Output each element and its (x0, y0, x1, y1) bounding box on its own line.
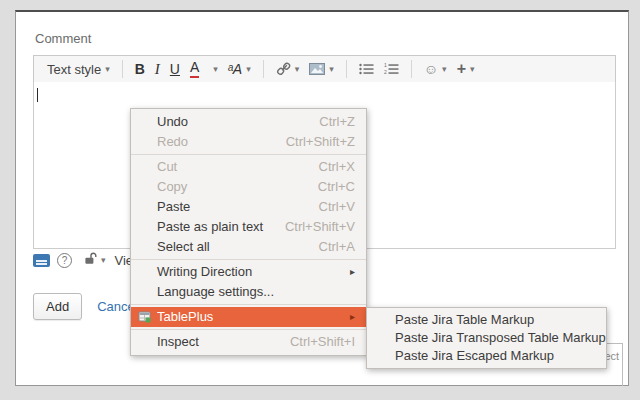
image-icon (309, 63, 325, 75)
unlock-icon (83, 251, 97, 269)
tableplus-submenu: Paste Jira Table Markup Paste Jira Trans… (366, 307, 607, 369)
image-dropdown[interactable]: ▾ (309, 63, 334, 75)
menu-separator (131, 259, 366, 260)
chevron-down-icon: ▾ (470, 65, 475, 74)
numbered-list-button[interactable]: 12 (384, 63, 399, 75)
menu-item-cut: Cut Ctrl+X (131, 157, 366, 177)
text-color-dropdown[interactable]: ▾ (209, 65, 218, 74)
underline-button[interactable]: U (170, 61, 180, 77)
toolbar-divider (346, 60, 347, 78)
menu-shortcut: Ctrl+A (301, 237, 355, 257)
menu-item-label: Language settings... (157, 282, 274, 302)
submenu-item-paste-jira-table-markup[interactable]: Paste Jira Table Markup (367, 311, 606, 329)
svg-text:1: 1 (384, 63, 387, 68)
menu-shortcut: Ctrl+V (301, 197, 355, 217)
svg-text:2: 2 (384, 69, 387, 75)
menu-item-select-all[interactable]: Select all Ctrl+A (131, 237, 366, 257)
menu-item-label: Inspect (157, 332, 199, 352)
menu-item-tableplus[interactable]: TablePlus ▸ (131, 307, 366, 327)
menu-item-inspect[interactable]: Inspect Ctrl+Shift+I (131, 332, 366, 352)
link-dropdown[interactable]: ▾ (276, 62, 300, 76)
link-icon (276, 62, 291, 76)
menu-item-redo: Redo Ctrl+Shift+Z (131, 132, 366, 152)
menu-separator (131, 329, 366, 330)
menu-item-label: Paste (157, 197, 190, 217)
toolbar-divider (411, 60, 412, 78)
chevron-down-icon: ▾ (295, 65, 300, 74)
help-icon[interactable]: ? (57, 253, 72, 268)
comment-field-label: Comment (35, 31, 91, 46)
submenu-arrow-icon: ▸ (350, 307, 355, 327)
menu-item-undo[interactable]: Undo Ctrl+Z (131, 112, 366, 132)
bold-button[interactable]: B (135, 61, 145, 77)
menu-shortcut: Ctrl+C (300, 177, 355, 197)
context-menu: Undo Ctrl+Z Redo Ctrl+Shift+Z Cut Ctrl+X… (130, 108, 367, 356)
menu-item-copy: Copy Ctrl+C (131, 177, 366, 197)
menu-item-label: Cut (157, 157, 177, 177)
visibility-dropdown[interactable]: ▾ (83, 251, 106, 269)
toolbar-divider (122, 60, 123, 78)
submenu-item-paste-jira-transposed-table-markup[interactable]: Paste Jira Transposed Table Markup (367, 329, 606, 347)
chevron-down-icon: ▾ (442, 65, 447, 74)
text-color-button[interactable]: A (190, 60, 199, 77)
chevron-down-icon: ▾ (101, 256, 106, 265)
emoji-dropdown[interactable]: ☺ ▾ (424, 61, 447, 77)
more-formatting-dropdown[interactable]: ᵃA ▾ (228, 61, 251, 77)
chevron-down-icon: ▾ (246, 65, 251, 74)
menu-item-label: Paste as plain text (157, 217, 263, 237)
text-style-label: Text style (47, 62, 101, 77)
emoji-icon: ☺ (424, 61, 438, 77)
text-color-icon: A (190, 60, 199, 77)
menu-separator (131, 304, 366, 305)
wiki-markup-icon[interactable] (33, 254, 50, 267)
menu-item-label: Select all (157, 237, 210, 257)
menu-shortcut: Ctrl+Z (301, 112, 355, 132)
menu-item-label: Redo (157, 132, 188, 152)
background-divider (622, 343, 623, 386)
plus-icon: + (457, 61, 466, 77)
toolbar-divider (263, 60, 264, 78)
menu-shortcut: Ctrl+Shift+Z (268, 132, 355, 152)
tableplus-extension-icon (138, 310, 152, 330)
menu-item-paste-as-plain-text[interactable]: Paste as plain text Ctrl+Shift+V (131, 217, 366, 237)
screenshot-stage: Comment Text style ▾ B I U A ▾ ᵃA ▾ (0, 0, 640, 400)
chevron-down-icon: ▾ (213, 65, 218, 74)
editor-toolbar: Text style ▾ B I U A ▾ ᵃA ▾ (33, 55, 616, 83)
more-formatting-icon: ᵃA (228, 61, 242, 77)
text-style-dropdown[interactable]: Text style ▾ (47, 62, 110, 77)
menu-separator (131, 154, 366, 155)
menu-shortcut: Ctrl+Shift+V (267, 217, 355, 237)
menu-item-paste[interactable]: Paste Ctrl+V (131, 197, 366, 217)
submenu-arrow-icon: ▸ (350, 262, 355, 282)
italic-button[interactable]: I (155, 61, 160, 78)
chevron-down-icon: ▾ (329, 65, 334, 74)
chevron-down-icon: ▾ (105, 65, 110, 74)
text-cursor (37, 88, 38, 102)
menu-item-label: Writing Direction (157, 262, 252, 282)
numbered-list-icon: 12 (384, 63, 399, 75)
menu-item-language-settings[interactable]: Language settings... (131, 282, 366, 302)
menu-item-label: TablePlus (157, 307, 213, 327)
menu-item-label: Copy (157, 177, 187, 197)
bullet-list-button[interactable] (359, 63, 374, 75)
menu-item-label: Undo (157, 112, 188, 132)
submenu-item-paste-jira-escaped-markup[interactable]: Paste Jira Escaped Markup (367, 347, 606, 365)
insert-more-dropdown[interactable]: + ▾ (457, 61, 475, 77)
menu-shortcut: Ctrl+Shift+I (272, 332, 355, 352)
add-button[interactable]: Add (33, 293, 82, 320)
menu-shortcut: Ctrl+X (301, 157, 355, 177)
bullet-list-icon (359, 63, 374, 75)
form-actions: Add Cancel (33, 293, 138, 320)
menu-item-writing-direction[interactable]: Writing Direction ▸ (131, 262, 366, 282)
